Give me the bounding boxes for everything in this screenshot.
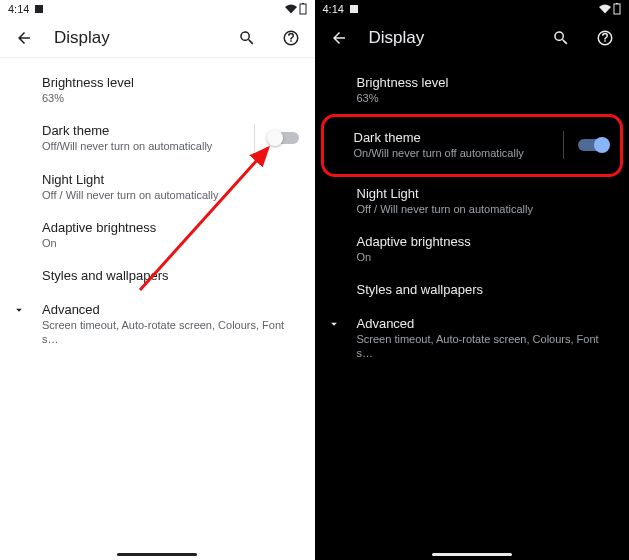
back-button[interactable] <box>325 24 353 52</box>
setting-subtitle: Screen timeout, Auto-rotate screen, Colo… <box>42 318 299 347</box>
help-button[interactable] <box>277 24 305 52</box>
setting-title: Brightness level <box>357 75 614 90</box>
setting-subtitle: 63% <box>42 91 299 105</box>
styles-wallpapers-item[interactable]: Styles and wallpapers <box>0 259 315 293</box>
dark-theme-toggle[interactable] <box>578 139 608 151</box>
light-mode-screenshot: 4:14 Display Brightness level 63% <box>0 0 315 560</box>
adaptive-brightness-item[interactable]: Adaptive brightness On <box>0 211 315 259</box>
setting-title: Night Light <box>42 172 299 187</box>
setting-title: Adaptive brightness <box>42 220 299 235</box>
setting-subtitle: Off / Will never turn on automatically <box>357 202 614 216</box>
status-bar: 4:14 <box>315 0 630 18</box>
setting-subtitle: Off / Will never turn on automatically <box>42 188 299 202</box>
settings-list: Brightness level 63% Dark theme Off/Will… <box>0 58 315 560</box>
setting-title: Brightness level <box>42 75 299 90</box>
settings-list: Brightness level 63% Dark theme On/Will … <box>315 58 630 560</box>
svg-rect-4 <box>614 4 620 14</box>
setting-subtitle: On/Will never turn off automatically <box>354 146 556 160</box>
styles-wallpapers-item[interactable]: Styles and wallpapers <box>315 273 630 307</box>
setting-subtitle: On <box>357 250 614 264</box>
setting-title: Styles and wallpapers <box>357 282 614 297</box>
setting-title: Advanced <box>357 316 614 331</box>
dark-theme-toggle[interactable] <box>269 132 299 144</box>
svg-rect-5 <box>616 3 618 4</box>
toggle-divider <box>563 131 564 159</box>
status-bar: 4:14 <box>0 0 315 18</box>
setting-subtitle: On <box>42 236 299 250</box>
setting-title: Adaptive brightness <box>357 234 614 249</box>
night-light-item[interactable]: Night Light Off / Will never turn on aut… <box>315 177 630 225</box>
night-light-item[interactable]: Night Light Off / Will never turn on aut… <box>0 163 315 211</box>
screenshot-icon <box>35 5 43 13</box>
dark-theme-item[interactable]: Dark theme On/Will never turn off automa… <box>324 121 613 169</box>
search-button[interactable] <box>547 24 575 52</box>
help-icon <box>596 29 614 47</box>
chevron-down-icon <box>12 303 26 317</box>
page-title: Display <box>369 28 532 48</box>
app-bar: Display <box>0 18 315 58</box>
setting-title: Styles and wallpapers <box>42 268 299 283</box>
screenshot-icon <box>350 5 358 13</box>
search-button[interactable] <box>233 24 261 52</box>
back-button[interactable] <box>10 24 38 52</box>
battery-icon <box>299 3 307 15</box>
chevron-down-icon <box>327 317 341 331</box>
dark-mode-screenshot: 4:14 Display Brightness level 63% <box>315 0 630 560</box>
nav-bar <box>315 553 630 556</box>
status-icons <box>599 3 621 15</box>
nav-bar <box>0 553 315 556</box>
brightness-level-item[interactable]: Brightness level 63% <box>0 66 315 114</box>
wifi-icon <box>599 3 611 15</box>
status-icons <box>285 3 307 15</box>
advanced-item[interactable]: Advanced Screen timeout, Auto-rotate scr… <box>0 293 315 356</box>
setting-subtitle: 63% <box>357 91 614 105</box>
status-time: 4:14 <box>8 3 29 15</box>
toggle-divider <box>254 124 255 152</box>
back-arrow-icon <box>330 29 348 47</box>
search-icon <box>552 29 570 47</box>
status-time: 4:14 <box>323 3 344 15</box>
battery-icon <box>613 3 621 15</box>
app-bar: Display <box>315 18 630 58</box>
back-arrow-icon <box>15 29 33 47</box>
adaptive-brightness-item[interactable]: Adaptive brightness On <box>315 225 630 273</box>
advanced-item[interactable]: Advanced Screen timeout, Auto-rotate scr… <box>315 307 630 370</box>
help-icon <box>282 29 300 47</box>
home-pill[interactable] <box>117 553 197 556</box>
home-pill[interactable] <box>432 553 512 556</box>
setting-subtitle: Screen timeout, Auto-rotate screen, Colo… <box>357 332 614 361</box>
dark-theme-item[interactable]: Dark theme Off/Will never turn on automa… <box>0 114 315 162</box>
setting-title: Advanced <box>42 302 299 317</box>
svg-rect-0 <box>300 4 306 14</box>
search-icon <box>238 29 256 47</box>
brightness-level-item[interactable]: Brightness level 63% <box>315 66 630 114</box>
setting-title: Night Light <box>357 186 614 201</box>
page-title: Display <box>54 28 217 48</box>
wifi-icon <box>285 3 297 15</box>
help-button[interactable] <box>591 24 619 52</box>
svg-rect-1 <box>302 3 304 4</box>
setting-subtitle: Off/Will never turn on automatically <box>42 139 246 153</box>
setting-title: Dark theme <box>42 123 246 138</box>
setting-title: Dark theme <box>354 130 556 145</box>
highlight-annotation: Dark theme On/Will never turn off automa… <box>321 114 624 176</box>
